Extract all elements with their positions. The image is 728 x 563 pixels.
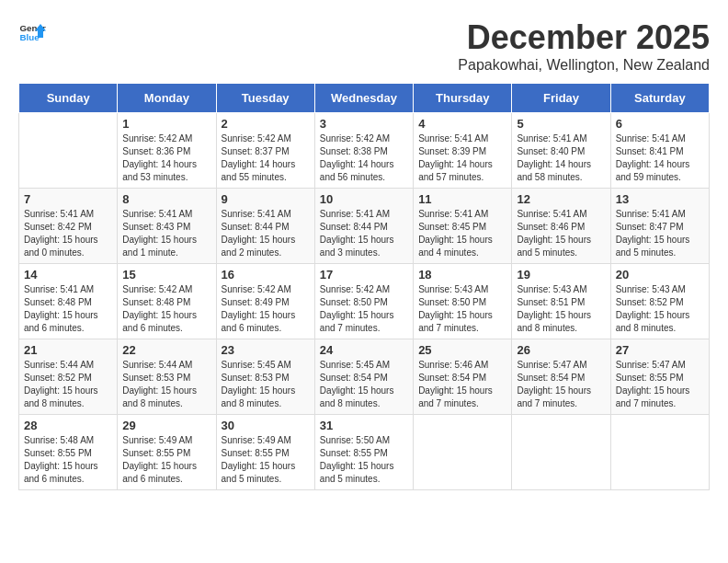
cell-info: Sunrise: 5:43 AM Sunset: 8:50 PM Dayligh… <box>418 283 506 335</box>
cell-info: Sunrise: 5:41 AM Sunset: 8:46 PM Dayligh… <box>517 208 605 259</box>
page-header: General Blue December 2025 Papakowhai, W… <box>18 18 710 74</box>
day-number: 11 <box>418 192 506 206</box>
calendar-week-5: 28Sunrise: 5:48 AM Sunset: 8:55 PM Dayli… <box>19 415 710 490</box>
calendar-week-1: 1Sunrise: 5:42 AM Sunset: 8:36 PM Daylig… <box>19 113 710 189</box>
cal-cell: 2Sunrise: 5:42 AM Sunset: 8:37 PM Daylig… <box>216 113 314 189</box>
cal-cell: 21Sunrise: 5:44 AM Sunset: 8:52 PM Dayli… <box>19 339 118 415</box>
calendar-week-2: 7Sunrise: 5:41 AM Sunset: 8:42 PM Daylig… <box>19 189 710 264</box>
cell-info: Sunrise: 5:48 AM Sunset: 8:55 PM Dayligh… <box>24 434 112 486</box>
cell-info: Sunrise: 5:41 AM Sunset: 8:48 PM Dayligh… <box>24 283 112 335</box>
cell-info: Sunrise: 5:49 AM Sunset: 8:55 PM Dayligh… <box>222 434 310 486</box>
calendar-header-row: SundayMondayTuesdayWednesdayThursdayFrid… <box>19 84 710 113</box>
cell-info: Sunrise: 5:41 AM Sunset: 8:41 PM Dayligh… <box>616 132 704 184</box>
calendar-week-4: 21Sunrise: 5:44 AM Sunset: 8:52 PM Dayli… <box>19 339 710 415</box>
calendar-table: SundayMondayTuesdayWednesdayThursdayFrid… <box>18 83 710 490</box>
cal-cell: 10Sunrise: 5:41 AM Sunset: 8:44 PM Dayli… <box>314 189 413 264</box>
cal-cell: 4Sunrise: 5:41 AM Sunset: 8:39 PM Daylig… <box>414 113 512 189</box>
day-number: 30 <box>222 419 310 432</box>
cell-info: Sunrise: 5:45 AM Sunset: 8:54 PM Dayligh… <box>320 359 408 410</box>
logo: General Blue <box>18 18 46 46</box>
cell-info: Sunrise: 5:41 AM Sunset: 8:42 PM Dayligh… <box>24 208 112 259</box>
cal-cell: 14Sunrise: 5:41 AM Sunset: 8:48 PM Dayli… <box>19 264 118 339</box>
day-number: 23 <box>222 343 310 357</box>
cal-cell: 1Sunrise: 5:42 AM Sunset: 8:36 PM Daylig… <box>118 113 216 189</box>
cal-cell: 24Sunrise: 5:45 AM Sunset: 8:54 PM Dayli… <box>314 339 413 415</box>
cal-cell: 26Sunrise: 5:47 AM Sunset: 8:54 PM Dayli… <box>512 339 610 415</box>
cal-cell: 15Sunrise: 5:42 AM Sunset: 8:48 PM Dayli… <box>118 264 216 339</box>
cal-cell: 11Sunrise: 5:41 AM Sunset: 8:45 PM Dayli… <box>414 189 512 264</box>
cal-cell: 9Sunrise: 5:41 AM Sunset: 8:44 PM Daylig… <box>216 189 314 264</box>
cal-cell: 8Sunrise: 5:41 AM Sunset: 8:43 PM Daylig… <box>118 189 216 264</box>
day-number: 27 <box>616 343 704 357</box>
month-title: December 2025 <box>458 18 710 57</box>
cal-cell: 16Sunrise: 5:42 AM Sunset: 8:49 PM Dayli… <box>216 264 314 339</box>
day-number: 21 <box>24 343 112 357</box>
day-number: 9 <box>222 192 310 206</box>
title-section: December 2025 Papakowhai, Wellington, Ne… <box>458 18 710 74</box>
cell-info: Sunrise: 5:44 AM Sunset: 8:52 PM Dayligh… <box>24 359 112 410</box>
day-number: 26 <box>517 343 605 357</box>
cell-info: Sunrise: 5:42 AM Sunset: 8:50 PM Dayligh… <box>320 283 408 335</box>
day-header-thursday: Thursday <box>414 84 512 113</box>
cell-info: Sunrise: 5:44 AM Sunset: 8:53 PM Dayligh… <box>122 359 210 410</box>
day-number: 29 <box>122 419 210 432</box>
cal-cell <box>414 415 512 490</box>
calendar-week-3: 14Sunrise: 5:41 AM Sunset: 8:48 PM Dayli… <box>19 264 710 339</box>
day-number: 15 <box>122 268 210 282</box>
day-number: 5 <box>517 117 605 131</box>
cal-cell: 3Sunrise: 5:42 AM Sunset: 8:38 PM Daylig… <box>314 113 413 189</box>
cell-info: Sunrise: 5:42 AM Sunset: 8:38 PM Dayligh… <box>320 132 408 184</box>
day-number: 25 <box>418 343 506 357</box>
cal-cell <box>19 113 118 189</box>
day-number: 4 <box>418 117 506 131</box>
cal-cell: 19Sunrise: 5:43 AM Sunset: 8:51 PM Dayli… <box>512 264 610 339</box>
cell-info: Sunrise: 5:43 AM Sunset: 8:51 PM Dayligh… <box>517 283 605 335</box>
cell-info: Sunrise: 5:43 AM Sunset: 8:52 PM Dayligh… <box>616 283 704 335</box>
cal-cell <box>610 415 709 490</box>
day-header-monday: Monday <box>118 84 216 113</box>
cal-cell: 23Sunrise: 5:45 AM Sunset: 8:53 PM Dayli… <box>216 339 314 415</box>
cell-info: Sunrise: 5:41 AM Sunset: 8:45 PM Dayligh… <box>418 208 506 259</box>
day-header-wednesday: Wednesday <box>314 84 413 113</box>
cal-cell: 27Sunrise: 5:47 AM Sunset: 8:55 PM Dayli… <box>610 339 709 415</box>
cell-info: Sunrise: 5:42 AM Sunset: 8:37 PM Dayligh… <box>222 132 310 184</box>
cal-cell: 6Sunrise: 5:41 AM Sunset: 8:41 PM Daylig… <box>610 113 709 189</box>
cell-info: Sunrise: 5:42 AM Sunset: 8:36 PM Dayligh… <box>122 132 210 184</box>
logo-icon: General Blue <box>18 18 46 46</box>
day-header-sunday: Sunday <box>19 84 118 113</box>
day-number: 10 <box>320 192 408 206</box>
cell-info: Sunrise: 5:41 AM Sunset: 8:47 PM Dayligh… <box>616 208 704 259</box>
cal-cell: 7Sunrise: 5:41 AM Sunset: 8:42 PM Daylig… <box>19 189 118 264</box>
cell-info: Sunrise: 5:41 AM Sunset: 8:43 PM Dayligh… <box>122 208 210 259</box>
cal-cell: 12Sunrise: 5:41 AM Sunset: 8:46 PM Dayli… <box>512 189 610 264</box>
cal-cell: 18Sunrise: 5:43 AM Sunset: 8:50 PM Dayli… <box>414 264 512 339</box>
cal-cell <box>512 415 610 490</box>
day-number: 12 <box>517 192 605 206</box>
day-number: 19 <box>517 268 605 282</box>
day-number: 3 <box>320 117 408 131</box>
day-number: 7 <box>24 192 112 206</box>
day-header-saturday: Saturday <box>610 84 709 113</box>
day-number: 1 <box>122 117 210 131</box>
day-number: 14 <box>24 268 112 282</box>
cell-info: Sunrise: 5:47 AM Sunset: 8:54 PM Dayligh… <box>517 359 605 410</box>
day-number: 31 <box>320 419 408 432</box>
cal-cell: 28Sunrise: 5:48 AM Sunset: 8:55 PM Dayli… <box>19 415 118 490</box>
cell-info: Sunrise: 5:45 AM Sunset: 8:53 PM Dayligh… <box>222 359 310 410</box>
cal-cell: 13Sunrise: 5:41 AM Sunset: 8:47 PM Dayli… <box>610 189 709 264</box>
day-header-tuesday: Tuesday <box>216 84 314 113</box>
day-number: 28 <box>24 419 112 432</box>
cal-cell: 25Sunrise: 5:46 AM Sunset: 8:54 PM Dayli… <box>414 339 512 415</box>
cell-info: Sunrise: 5:42 AM Sunset: 8:48 PM Dayligh… <box>122 283 210 335</box>
day-number: 8 <box>122 192 210 206</box>
day-number: 2 <box>222 117 310 131</box>
calendar-body: 1Sunrise: 5:42 AM Sunset: 8:36 PM Daylig… <box>19 113 710 490</box>
day-number: 22 <box>122 343 210 357</box>
day-header-friday: Friday <box>512 84 610 113</box>
cell-info: Sunrise: 5:50 AM Sunset: 8:55 PM Dayligh… <box>320 434 408 486</box>
location-subtitle: Papakowhai, Wellington, New Zealand <box>458 57 710 74</box>
cal-cell: 17Sunrise: 5:42 AM Sunset: 8:50 PM Dayli… <box>314 264 413 339</box>
cal-cell: 30Sunrise: 5:49 AM Sunset: 8:55 PM Dayli… <box>216 415 314 490</box>
cal-cell: 31Sunrise: 5:50 AM Sunset: 8:55 PM Dayli… <box>314 415 413 490</box>
svg-text:Blue: Blue <box>20 32 40 42</box>
